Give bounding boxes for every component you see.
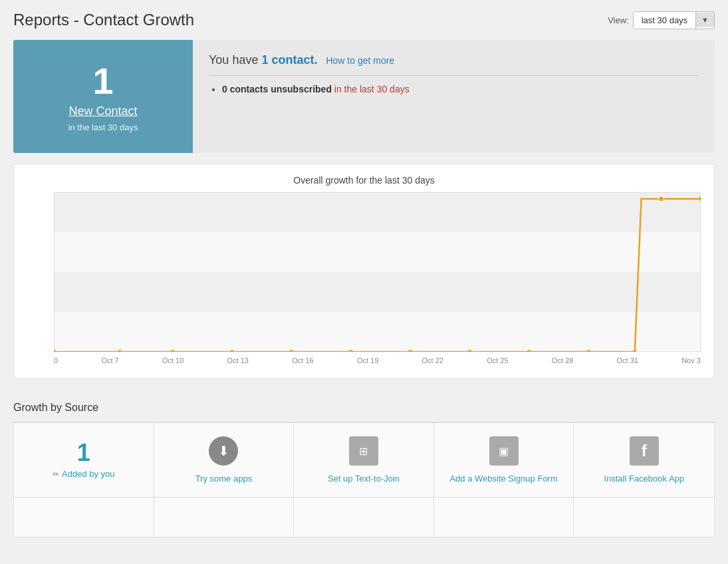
added-by-you-label: ✏ Added by you — [53, 469, 115, 479]
growth-section: Growth by Source 1 ✏ Added by you ⬇ Try … — [13, 392, 715, 537]
top-section: 1 New Contact in the last 30 days You ha… — [13, 40, 715, 153]
facebook-icon: f — [630, 436, 659, 466]
growth-item-facebook[interactable]: f Install Facebook App — [574, 423, 714, 497]
you-have-text: You have — [209, 53, 261, 67]
contact-count-bold: 1 contact. — [261, 53, 317, 67]
growth-item-added-by-you[interactable]: 1 ✏ Added by you — [14, 423, 154, 497]
svg-rect-12 — [54, 272, 701, 312]
website-signup-label: Add a Website Signup Form — [449, 474, 557, 484]
growth-row2-item-2 — [154, 497, 295, 537]
view-control: View: last 30 days ▼ — [608, 11, 715, 29]
growth-row2 — [14, 497, 714, 537]
growth-title: Growth by Source — [13, 392, 715, 422]
x-label-oct7: Oct 7 — [101, 356, 118, 364]
you-have-line: You have 1 contact. How to get more — [209, 53, 699, 76]
chart-section: Overall growth for the last 30 days 1 0.… — [13, 164, 715, 379]
chevron-down-icon[interactable]: ▼ — [696, 13, 714, 27]
contact-count: 1 — [92, 61, 113, 102]
contacts-box: 1 New Contact in the last 30 days — [13, 40, 193, 153]
page: Reports - Contact Growth View: last 30 d… — [0, 0, 728, 564]
growth-item-website-signup[interactable]: ▣ Add a Website Signup Form — [434, 423, 574, 497]
x-label-oct25: Oct 25 — [487, 356, 508, 364]
header: Reports - Contact Growth View: last 30 d… — [13, 11, 715, 29]
view-dropdown-text: last 30 days — [634, 12, 696, 29]
text-to-join-label: Set up Text-to-Join — [328, 474, 400, 484]
website-signup-icon: ▣ — [489, 436, 519, 466]
svg-point-25 — [658, 196, 664, 202]
info-list: 0 contacts unsubscribed in the last 30 d… — [209, 84, 699, 94]
unsubscribed-rest: in the last 30 days — [334, 84, 410, 94]
x-label-oct10: Oct 10 — [162, 356, 183, 364]
view-label: View: — [608, 15, 629, 25]
download-icon: ⬇ — [209, 436, 238, 466]
svg-rect-11 — [54, 192, 701, 232]
added-by-you-count: 1 — [77, 441, 90, 465]
page-title: Reports - Contact Growth — [13, 11, 194, 29]
x-label-oct22: Oct 22 — [422, 356, 443, 364]
growth-grid-container: 1 ✏ Added by you ⬇ Try some apps ⊞ — [13, 422, 715, 537]
x-label-oct16: Oct 16 — [292, 356, 313, 364]
growth-item-try-apps[interactable]: ⬇ Try some apps — [154, 423, 295, 497]
try-apps-label: Try some apps — [195, 474, 253, 484]
x-label-oct19: Oct 19 — [357, 356, 378, 364]
info-box: You have 1 contact. How to get more 0 co… — [193, 40, 715, 153]
chart-container: 1 0.75 0.5 0.25 0 — [54, 192, 701, 365]
growth-row2-item-5 — [574, 497, 714, 537]
x-label-nov3: Nov 3 — [681, 356, 701, 364]
growth-row2-item-1 — [14, 497, 154, 537]
growth-grid: 1 ✏ Added by you ⬇ Try some apps ⊞ — [14, 422, 714, 497]
text-to-join-icon: ⊞ — [349, 436, 378, 466]
growth-row2-item-4 — [434, 497, 574, 537]
view-dropdown[interactable]: last 30 days ▼ — [633, 11, 715, 29]
unsubscribed-bold: 0 contacts unsubscribed — [222, 84, 332, 94]
x-label-0: 0 — [54, 356, 58, 364]
unsubscribed-line: 0 contacts unsubscribed in the last 30 d… — [222, 84, 699, 94]
growth-item-text-to-join[interactable]: ⊞ Set up Text-to-Join — [294, 423, 434, 497]
new-contact-label: New Contact — [68, 104, 137, 118]
facebook-label: Install Facebook App — [604, 474, 684, 484]
x-label-oct13: Oct 13 — [227, 356, 249, 364]
chart-title: Overall growth for the last 30 days — [27, 175, 701, 186]
contacts-sublabel: in the last 30 days — [68, 122, 138, 132]
x-label-oct28: Oct 28 — [552, 356, 573, 364]
x-label-oct31: Oct 31 — [617, 356, 638, 364]
growth-row2-item-3 — [294, 497, 434, 537]
edit-icon: ✏ — [53, 470, 59, 479]
how-to-link[interactable]: How to get more — [326, 55, 394, 66]
chart-svg: 1 0.75 0.5 0.25 0 — [54, 192, 701, 352]
chart-x-labels: 0 Oct 7 Oct 10 Oct 13 Oct 16 Oct 19 Oct … — [54, 356, 701, 364]
